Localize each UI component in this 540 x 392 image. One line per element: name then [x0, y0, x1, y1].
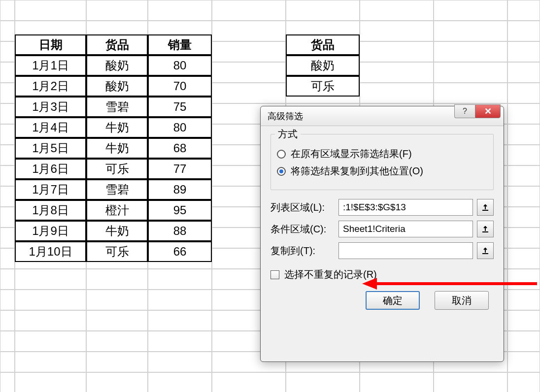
- grid-cell[interactable]: [86, 0, 148, 21]
- grid-cell[interactable]: [0, 62, 15, 83]
- grid-cell[interactable]: [86, 352, 148, 372]
- grid-cell[interactable]: [0, 290, 15, 310]
- grid-cell[interactable]: [212, 0, 286, 21]
- copy-to-input[interactable]: [338, 242, 473, 259]
- grid-cell[interactable]: [15, 310, 86, 331]
- criteria-table-header[interactable]: 货品: [286, 34, 360, 55]
- grid-cell[interactable]: [86, 290, 148, 310]
- main-table-cell[interactable]: 牛奶: [86, 117, 148, 138]
- grid-cell[interactable]: [360, 0, 434, 21]
- grid-cell[interactable]: [286, 0, 360, 21]
- grid-cell[interactable]: [434, 62, 507, 83]
- main-table-cell[interactable]: 77: [148, 159, 212, 179]
- radio-filter-in-place[interactable]: 在原有区域显示筛选结果(F): [277, 147, 487, 161]
- main-table-cell[interactable]: 1月8日: [15, 200, 86, 221]
- grid-cell[interactable]: [360, 21, 434, 41]
- grid-cell[interactable]: [15, 331, 86, 352]
- grid-cell[interactable]: [15, 290, 86, 310]
- main-table-cell[interactable]: 可乐: [86, 241, 148, 262]
- grid-cell[interactable]: [0, 165, 15, 186]
- grid-cell[interactable]: [507, 145, 540, 165]
- copy-to-collapse-button[interactable]: [477, 242, 494, 259]
- grid-cell[interactable]: [507, 269, 540, 290]
- grid-cell[interactable]: [86, 310, 148, 331]
- grid-cell[interactable]: [0, 103, 15, 124]
- dialog-titlebar[interactable]: 高级筛选 ? ✕: [261, 106, 504, 126]
- main-table-cell[interactable]: 1月1日: [15, 55, 86, 76]
- grid-cell[interactable]: [434, 372, 507, 392]
- main-table-cell[interactable]: 1月7日: [15, 179, 86, 200]
- grid-cell[interactable]: [434, 21, 507, 41]
- cancel-button[interactable]: 取消: [435, 291, 489, 310]
- grid-cell[interactable]: [507, 103, 540, 124]
- main-table-cell[interactable]: 1月5日: [15, 138, 86, 159]
- grid-cell[interactable]: [434, 83, 507, 103]
- main-table-cell[interactable]: 95: [148, 200, 212, 221]
- list-range-collapse-button[interactable]: [477, 199, 494, 216]
- grid-cell[interactable]: [15, 372, 86, 392]
- grid-cell[interactable]: [0, 0, 15, 21]
- main-table-cell[interactable]: 80: [148, 55, 212, 76]
- grid-cell[interactable]: [148, 352, 212, 372]
- grid-cell[interactable]: [148, 331, 212, 352]
- grid-cell[interactable]: [0, 352, 15, 372]
- grid-cell[interactable]: [0, 310, 15, 331]
- main-table-header[interactable]: 日期: [15, 34, 86, 55]
- grid-cell[interactable]: [507, 228, 540, 248]
- main-table-cell[interactable]: 70: [148, 76, 212, 97]
- grid-cell[interactable]: [507, 41, 540, 62]
- grid-cell[interactable]: [507, 62, 540, 83]
- grid-cell[interactable]: [434, 41, 507, 62]
- main-table-cell[interactable]: 雪碧: [86, 97, 148, 117]
- grid-cell[interactable]: [0, 124, 15, 145]
- grid-cell[interactable]: [212, 83, 286, 103]
- main-table-cell[interactable]: 雪碧: [86, 179, 148, 200]
- grid-cell[interactable]: [507, 186, 540, 207]
- main-table-cell[interactable]: 酸奶: [86, 55, 148, 76]
- grid-cell[interactable]: [212, 62, 286, 83]
- grid-cell[interactable]: [0, 269, 15, 290]
- grid-cell[interactable]: [0, 41, 15, 62]
- grid-cell[interactable]: [0, 331, 15, 352]
- main-table-cell[interactable]: 88: [148, 221, 212, 241]
- grid-cell[interactable]: [434, 0, 507, 21]
- grid-cell[interactable]: [507, 331, 540, 352]
- grid-cell[interactable]: [86, 372, 148, 392]
- grid-cell[interactable]: [507, 352, 540, 372]
- main-table-cell[interactable]: 橙汁: [86, 200, 148, 221]
- grid-cell[interactable]: [507, 310, 540, 331]
- main-table-cell[interactable]: 66: [148, 241, 212, 262]
- grid-cell[interactable]: [507, 124, 540, 145]
- unique-records-checkbox[interactable]: 选择不重复的记录(R): [270, 268, 494, 281]
- grid-cell[interactable]: [507, 0, 540, 21]
- main-table-cell[interactable]: 可乐: [86, 159, 148, 179]
- main-table-cell[interactable]: 1月10日: [15, 241, 86, 262]
- close-button[interactable]: ✕: [475, 104, 501, 118]
- main-table-cell[interactable]: 1月4日: [15, 117, 86, 138]
- grid-cell[interactable]: [0, 83, 15, 103]
- grid-cell[interactable]: [0, 186, 15, 207]
- grid-cell[interactable]: [212, 41, 286, 62]
- grid-cell[interactable]: [15, 269, 86, 290]
- main-table-header[interactable]: 货品: [86, 34, 148, 55]
- grid-cell[interactable]: [86, 331, 148, 352]
- grid-cell[interactable]: [15, 0, 86, 21]
- grid-cell[interactable]: [212, 372, 286, 392]
- grid-cell[interactable]: [148, 372, 212, 392]
- grid-cell[interactable]: [148, 0, 212, 21]
- grid-cell[interactable]: [360, 83, 434, 103]
- grid-cell[interactable]: [0, 207, 15, 228]
- criteria-range-input[interactable]: Sheet1!Criteria: [338, 221, 473, 237]
- grid-cell[interactable]: [0, 248, 15, 269]
- main-table-cell[interactable]: 牛奶: [86, 221, 148, 241]
- grid-cell[interactable]: [507, 83, 540, 103]
- grid-cell[interactable]: [360, 372, 434, 392]
- main-table-cell[interactable]: 1月2日: [15, 76, 86, 97]
- grid-cell[interactable]: [0, 372, 15, 392]
- criteria-table-cell[interactable]: 酸奶: [286, 55, 360, 76]
- main-table-cell[interactable]: 80: [148, 117, 212, 138]
- grid-cell[interactable]: [507, 372, 540, 392]
- main-table-cell[interactable]: 酸奶: [86, 76, 148, 97]
- main-table-cell[interactable]: 牛奶: [86, 138, 148, 159]
- grid-cell[interactable]: [507, 21, 540, 41]
